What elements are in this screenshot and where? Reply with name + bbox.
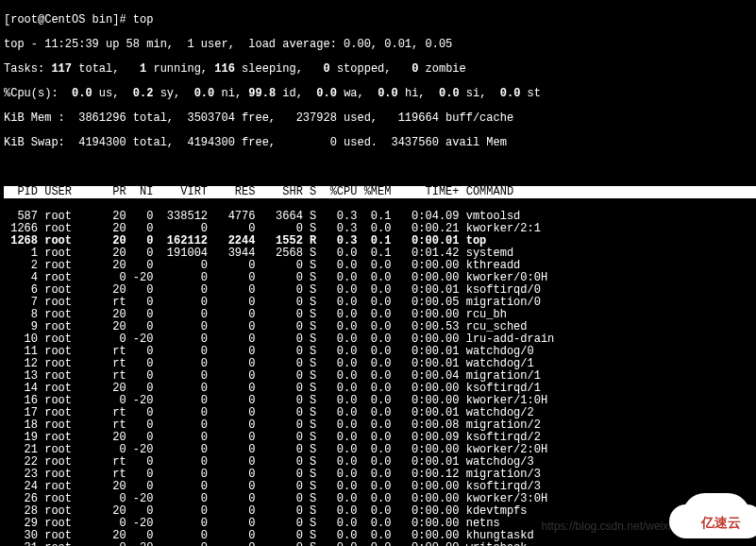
top-mem-line: KiB Mem : 3861296 total, 3503704 free, 2… — [4, 112, 752, 125]
terminal-output[interactable]: [root@CentOS bin]# top top - 11:25:39 up… — [0, 0, 756, 546]
top-swap-line: KiB Swap: 4194300 total, 4194300 free, 0… — [4, 137, 752, 149]
blank-line — [4, 162, 752, 174]
prompt-line: [root@CentOS bin]# top — [4, 14, 752, 26]
process-row: 31 root 0 -20 0 0 0 S 0.0 0.0 0:00.00 wr… — [4, 542, 752, 546]
top-summary-line: top - 11:25:39 up 58 min, 1 user, load a… — [4, 39, 752, 51]
watermark-text: https://blog.csdn.net/weixi — [542, 520, 671, 533]
cloud-logo-text: 亿速云 — [701, 517, 741, 529]
process-list: 587 root 20 0 338512 4776 3664 S 0.3 0.1… — [4, 211, 752, 546]
top-cpu-line: %Cpu(s): 0.0 us, 0.2 sy, 0.0 ni, 99.8 id… — [4, 88, 752, 100]
top-tasks-line: Tasks: 117 total, 1 running, 116 sleepin… — [4, 63, 752, 76]
column-header: PID USER PR NI VIRT RES SHR S %CPU %MEM … — [4, 186, 752, 198]
